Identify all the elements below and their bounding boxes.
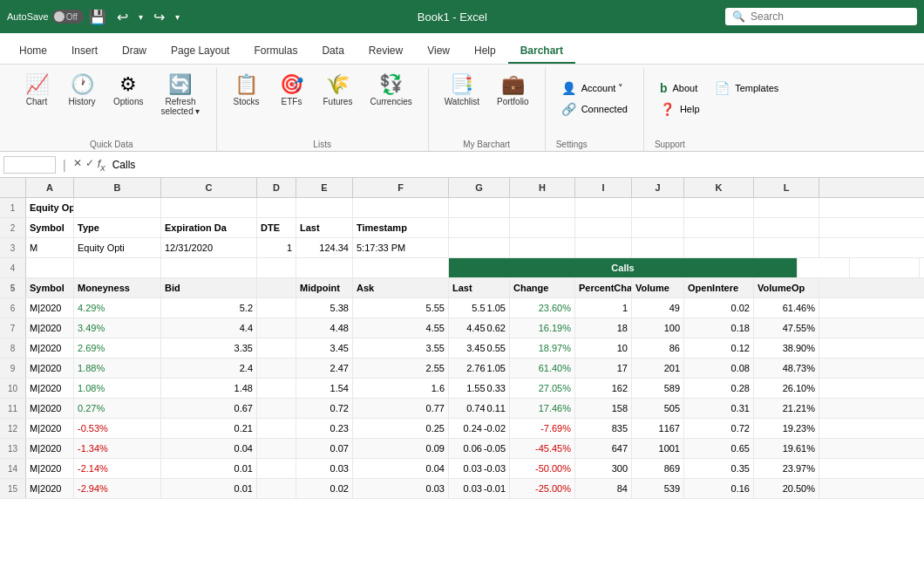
cell-e14[interactable]: 0.03 bbox=[296, 459, 353, 478]
cell-d7[interactable] bbox=[257, 318, 296, 338]
cell-k2[interactable] bbox=[684, 218, 754, 237]
cell-f8[interactable]: 3.55 bbox=[353, 338, 449, 358]
tab-view[interactable]: View bbox=[415, 39, 462, 64]
cell-j8[interactable]: 86 bbox=[632, 338, 684, 358]
cell-b11[interactable]: 0.27% bbox=[74, 399, 161, 418]
cell-l12[interactable]: 19.23% bbox=[754, 419, 819, 438]
cell-j12[interactable]: 1167 bbox=[632, 419, 684, 438]
cell-e13[interactable]: 0.07 bbox=[296, 439, 353, 458]
cell-a7[interactable]: M|2020 bbox=[26, 318, 74, 338]
cell-b9[interactable]: 1.88% bbox=[74, 359, 161, 378]
cell-c13[interactable]: 0.04 bbox=[161, 439, 257, 458]
cell-a11[interactable]: M|2020 bbox=[26, 399, 74, 418]
cell-i12[interactable]: 835 bbox=[575, 419, 632, 438]
cell-f11[interactable]: 0.77 bbox=[353, 399, 449, 418]
cell-a13[interactable]: M|2020 bbox=[26, 439, 74, 458]
cell-k11[interactable]: 0.31 bbox=[684, 399, 754, 418]
cell-a15[interactable]: M|2020 bbox=[26, 479, 74, 498]
cell-j5[interactable]: Volume bbox=[632, 278, 684, 297]
col-header-i[interactable]: I bbox=[575, 178, 632, 197]
cell-b4[interactable] bbox=[74, 258, 161, 277]
cell-j1[interactable] bbox=[632, 198, 684, 217]
cell-c10[interactable]: 1.48 bbox=[161, 379, 257, 398]
cell-i10[interactable]: 162 bbox=[575, 379, 632, 398]
cell-a10[interactable]: M|2020 bbox=[26, 379, 74, 398]
cell-e8[interactable]: 3.45 bbox=[296, 338, 353, 358]
cell-e9[interactable]: 2.47 bbox=[296, 359, 353, 378]
cell-k7[interactable]: 0.18 bbox=[684, 318, 754, 338]
tab-review[interactable]: Review bbox=[357, 39, 415, 64]
cell-j14[interactable]: 869 bbox=[632, 459, 684, 478]
cell-h15[interactable]: -25.00% bbox=[510, 479, 575, 498]
cell-i1[interactable] bbox=[575, 198, 632, 217]
portfolio-button[interactable]: 💼 Portfolio bbox=[492, 72, 534, 110]
cell-e11[interactable]: 0.72 bbox=[296, 399, 353, 418]
cell-l4[interactable] bbox=[920, 258, 924, 277]
cell-d14[interactable] bbox=[257, 459, 296, 478]
cancel-formula-icon[interactable]: ✕ bbox=[73, 157, 82, 173]
cell-j4[interactable] bbox=[798, 258, 850, 277]
cell-c15[interactable]: 0.01 bbox=[161, 479, 257, 498]
cell-f2[interactable]: Timestamp bbox=[353, 218, 449, 237]
cell-h6[interactable]: 23.60% bbox=[510, 298, 575, 318]
tab-barchart[interactable]: Barchart bbox=[508, 39, 575, 64]
cell-e3[interactable]: 124.34 bbox=[296, 238, 353, 257]
cell-e10[interactable]: 1.54 bbox=[296, 379, 353, 398]
cell-j9[interactable]: 201 bbox=[632, 359, 684, 378]
cell-k14[interactable]: 0.35 bbox=[684, 459, 754, 478]
cell-ref-input[interactable] bbox=[3, 156, 56, 174]
cell-h3[interactable] bbox=[510, 238, 575, 257]
cell-g12[interactable]: 0.24 -0.02 bbox=[449, 419, 510, 438]
cell-g13[interactable]: 0.06 -0.05 bbox=[449, 439, 510, 458]
cell-f4[interactable] bbox=[353, 258, 449, 277]
cell-i14[interactable]: 300 bbox=[575, 459, 632, 478]
cell-k3[interactable] bbox=[684, 238, 754, 257]
help-button[interactable]: ❓ Help bbox=[655, 99, 784, 119]
redo-icon[interactable]: ↪ bbox=[153, 9, 165, 25]
cell-b8[interactable]: 2.69% bbox=[74, 338, 161, 358]
cell-g2[interactable] bbox=[449, 218, 510, 237]
connected-button[interactable]: 🔗 Connected bbox=[556, 99, 633, 119]
cell-e15[interactable]: 0.02 bbox=[296, 479, 353, 498]
cell-h1[interactable] bbox=[510, 198, 575, 217]
chart-button[interactable]: 📈 Chart bbox=[17, 72, 56, 110]
cell-d10[interactable] bbox=[257, 379, 296, 398]
cell-f13[interactable]: 0.09 bbox=[353, 439, 449, 458]
cell-b5[interactable]: Moneyness bbox=[74, 278, 161, 297]
tab-page-layout[interactable]: Page Layout bbox=[159, 39, 241, 64]
col-header-g[interactable]: G bbox=[449, 178, 510, 197]
search-box[interactable]: 🔍 bbox=[725, 8, 917, 25]
cell-c3[interactable]: 12/31/2020 bbox=[161, 238, 257, 257]
col-header-b[interactable]: B bbox=[74, 178, 161, 197]
cell-k10[interactable]: 0.28 bbox=[684, 379, 754, 398]
cell-h14[interactable]: -50.00% bbox=[510, 459, 575, 478]
col-header-e[interactable]: E bbox=[296, 178, 353, 197]
cell-e5[interactable]: Midpoint bbox=[296, 278, 353, 297]
cell-a5[interactable]: Symbol bbox=[26, 278, 74, 297]
cell-g10[interactable]: 1.55 0.33 bbox=[449, 379, 510, 398]
cell-l11[interactable]: 21.21% bbox=[754, 399, 819, 418]
cell-h9[interactable]: 61.40% bbox=[510, 359, 575, 378]
cell-f3[interactable]: 5:17:33 PM bbox=[353, 238, 449, 257]
cell-k12[interactable]: 0.72 bbox=[684, 419, 754, 438]
cell-i2[interactable] bbox=[575, 218, 632, 237]
cell-d13[interactable] bbox=[257, 439, 296, 458]
cell-l15[interactable]: 20.50% bbox=[754, 479, 819, 498]
cell-d1[interactable] bbox=[257, 198, 296, 217]
tab-insert[interactable]: Insert bbox=[59, 39, 110, 64]
cell-k5[interactable]: OpenIntere bbox=[684, 278, 754, 297]
cell-g15[interactable]: 0.03 -0.01 bbox=[449, 479, 510, 498]
cell-j3[interactable] bbox=[632, 238, 684, 257]
cell-g5[interactable]: Last bbox=[449, 278, 510, 297]
col-header-f[interactable]: F bbox=[353, 178, 449, 197]
cell-g1[interactable] bbox=[449, 198, 510, 217]
cell-l2[interactable] bbox=[754, 218, 819, 237]
refresh-button[interactable]: 🔄 Refreshselected ▾ bbox=[155, 72, 205, 120]
cell-j13[interactable]: 1001 bbox=[632, 439, 684, 458]
account-button[interactable]: 👤 Account ˅ bbox=[556, 79, 633, 98]
cell-d2[interactable]: DTE bbox=[257, 218, 296, 237]
cell-f9[interactable]: 2.55 bbox=[353, 359, 449, 378]
cell-k15[interactable]: 0.16 bbox=[684, 479, 754, 498]
cell-k6[interactable]: 0.02 bbox=[684, 298, 754, 318]
cell-h2[interactable] bbox=[510, 218, 575, 237]
